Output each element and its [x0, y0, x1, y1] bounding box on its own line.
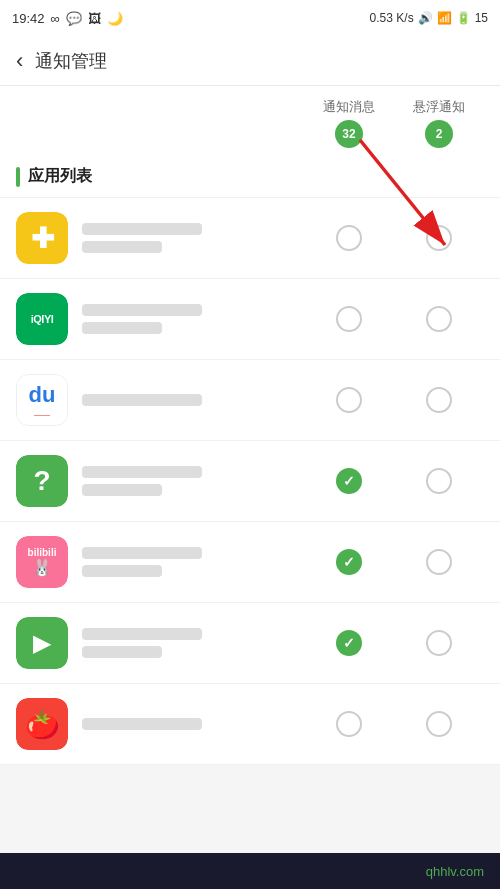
image-icon: 🖼	[88, 11, 101, 26]
app-name-blur-6	[82, 628, 202, 640]
column-headers: 通知消息 32 悬浮通知 2	[0, 86, 500, 156]
watermark-bar: qhhlv.com	[0, 853, 500, 889]
app-icon-bilibili: bilibili 🐰	[16, 536, 68, 588]
battery-icon: 🔋	[456, 11, 471, 25]
battery-level: 15	[475, 11, 488, 25]
app-list: ✚ iQIYI	[0, 198, 500, 765]
float-radio-5[interactable]	[426, 549, 452, 575]
notify-radio-checked-6[interactable]	[336, 630, 362, 656]
app-name-blur-sub-2	[82, 322, 162, 334]
app-name-area-3	[82, 394, 304, 406]
app-icon-iqiyi: iQIYI	[16, 293, 68, 345]
moon-icon: 🌙	[107, 11, 123, 26]
infinity-icon: ∞	[51, 11, 60, 26]
float-radio-7[interactable]	[426, 711, 452, 737]
notify-toggle-5[interactable]	[304, 549, 394, 575]
app-name-blur-3	[82, 394, 202, 406]
app-name-blur-sub-4	[82, 484, 162, 496]
float-column-header: 悬浮通知 2	[394, 98, 484, 148]
app-name-area-7	[82, 718, 304, 730]
notify-toggle-7[interactable]	[304, 711, 394, 737]
volume-icon: 🔊	[418, 11, 433, 25]
notify-column-header: 通知消息 32	[304, 98, 394, 148]
float-toggle-7[interactable]	[394, 711, 484, 737]
float-radio-4[interactable]	[426, 468, 452, 494]
header: ‹ 通知管理	[0, 36, 500, 86]
app-row-7: 🍅	[0, 684, 500, 765]
app-row-6: ▶	[0, 603, 500, 684]
app-name-blur-4	[82, 466, 202, 478]
app-name-blur-sub-6	[82, 646, 162, 658]
section-accent-bar	[16, 167, 20, 187]
watermark-text: qhhlv.com	[426, 864, 484, 879]
app-name-area-2	[82, 304, 304, 334]
float-radio-6[interactable]	[426, 630, 452, 656]
notify-radio-checked-4[interactable]	[336, 468, 362, 494]
app-name-area-5	[82, 547, 304, 577]
notify-toggle-3[interactable]	[304, 387, 394, 413]
notify-toggle-6[interactable]	[304, 630, 394, 656]
app-icon-tomato: 🍅	[16, 698, 68, 750]
notify-toggle-4[interactable]	[304, 468, 394, 494]
status-bar: 19:42 ∞ 💬 🖼 🌙 0.53 K/s 🔊 📶 🔋 15	[0, 0, 500, 36]
notify-radio-1[interactable]	[336, 225, 362, 251]
app-icon-360: ✚	[16, 212, 68, 264]
float-radio-2[interactable]	[426, 306, 452, 332]
app-name-blur-sub-5	[82, 565, 162, 577]
app-name-blur-2	[82, 304, 202, 316]
float-toggle-4[interactable]	[394, 468, 484, 494]
message-icon: 💬	[66, 11, 82, 26]
notify-radio-3[interactable]	[336, 387, 362, 413]
app-icon-play: ▶	[16, 617, 68, 669]
float-toggle-5[interactable]	[394, 549, 484, 575]
float-label: 悬浮通知	[413, 98, 465, 116]
app-name-area-1	[82, 223, 304, 253]
notify-radio-2[interactable]	[336, 306, 362, 332]
float-toggle-2[interactable]	[394, 306, 484, 332]
back-button[interactable]: ‹	[16, 48, 23, 74]
float-toggle-1[interactable]	[394, 225, 484, 251]
app-row-2: iQIYI	[0, 279, 500, 360]
signal-icon: 📶	[437, 11, 452, 25]
notify-radio-checked-5[interactable]	[336, 549, 362, 575]
float-toggle-3[interactable]	[394, 387, 484, 413]
app-row-4: ?	[0, 441, 500, 522]
page-title: 通知管理	[35, 49, 107, 73]
status-left: 19:42 ∞ 💬 🖼 🌙	[12, 11, 123, 26]
app-name-area-4	[82, 466, 304, 496]
float-count-badge: 2	[425, 120, 453, 148]
app-icon-question: ?	[16, 455, 68, 507]
section-title: 应用列表	[0, 156, 500, 198]
app-row-1: ✚	[0, 198, 500, 279]
notify-count-badge: 32	[335, 120, 363, 148]
app-name-blur-7	[82, 718, 202, 730]
app-row-3: du ——	[0, 360, 500, 441]
notify-toggle-1[interactable]	[304, 225, 394, 251]
app-name-blur-1	[82, 223, 202, 235]
float-toggle-6[interactable]	[394, 630, 484, 656]
status-right: 0.53 K/s 🔊 📶 🔋 15	[370, 11, 488, 25]
app-row-5: bilibili 🐰	[0, 522, 500, 603]
notify-radio-7[interactable]	[336, 711, 362, 737]
notify-toggle-2[interactable]	[304, 306, 394, 332]
app-name-blur-sub-1	[82, 241, 162, 253]
app-name-blur-5	[82, 547, 202, 559]
network-speed: 0.53 K/s	[370, 11, 414, 25]
float-radio-1[interactable]	[426, 225, 452, 251]
float-radio-3[interactable]	[426, 387, 452, 413]
notify-label: 通知消息	[323, 98, 375, 116]
app-icon-baidu: du ——	[16, 374, 68, 426]
section-label: 应用列表	[28, 166, 92, 187]
app-name-area-6	[82, 628, 304, 658]
time: 19:42	[12, 11, 45, 26]
